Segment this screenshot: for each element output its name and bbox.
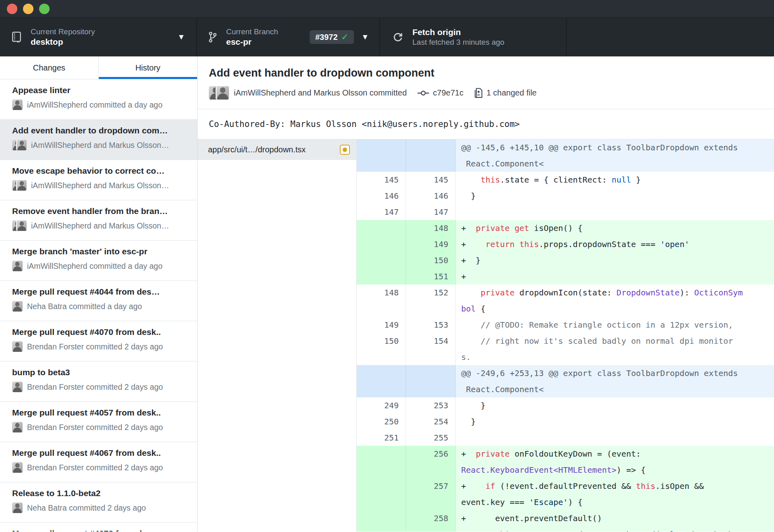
commit-item-meta: iAmWillShepherd committed a day ago <box>12 261 193 271</box>
commit-list-item[interactable]: Add event handler to dropdown com… iAmWi… <box>0 120 197 160</box>
tab-changes[interactable]: Changes <box>0 56 99 79</box>
diff-row: @@ -145,6 +145,10 @@ export class Toolba… <box>357 139 774 172</box>
current-branch-button[interactable]: Current Branch esc-pr #3972 ✓ ▼ <box>197 18 380 56</box>
diff-old-line-number: 145 <box>357 172 406 188</box>
diff-old-line-number <box>357 510 406 526</box>
commit-list-item[interactable]: Move escape behavior to correct co… iAmW… <box>0 160 197 200</box>
commit-list-item[interactable]: Merge pull request #4070 from desk.. Bre… <box>0 321 197 362</box>
diff-code-line: // right now it's scaled badly on normal… <box>461 333 774 349</box>
commit-item-avatars <box>12 220 27 231</box>
commit-list-item[interactable]: Merge pull request #4044 from des… Neha … <box>0 281 197 321</box>
commit-item-title: Merge pull request #4070 from desk.. <box>12 327 193 337</box>
current-repository-button[interactable]: Current Repository desktop ▼ <box>0 18 197 56</box>
commit-byline: iAmWillShepherd and Markus Olsson commit… <box>234 88 407 98</box>
tab-bar: Changes History <box>0 56 197 79</box>
diff-row: 256 + private onFoldoutKeyDown = (event:… <box>357 446 774 478</box>
avatar <box>12 462 23 473</box>
diff-old-line-number <box>357 139 406 172</box>
commit-item-meta-text: iAmWillShepherd committed a day ago <box>27 262 162 271</box>
diff-code-line: + if (!event.defaultPrevented && this.is… <box>461 478 774 494</box>
diff-new-line-number: 150 <box>406 252 456 268</box>
commit-item-avatars <box>12 180 27 191</box>
fetch-title: Fetch origin <box>412 27 504 37</box>
commit-item-avatars <box>12 462 23 473</box>
commit-item-title: Merge pull request #4067 from desk.. <box>12 448 193 458</box>
diff-code-line: s. <box>461 349 774 365</box>
commit-history-list: Appease linter iAmWillShepherd committed… <box>0 79 197 532</box>
diff-code-line: @@ -145,6 +145,10 @@ export class Toolba… <box>461 139 774 156</box>
diff-row: 150 + } <box>357 252 774 268</box>
pr-number: #3972 <box>315 33 338 42</box>
diff-code-line: + <box>461 268 774 285</box>
minimize-window-button[interactable] <box>23 4 33 14</box>
commit-item-meta-text: Brendan Forster committed 2 days ago <box>27 463 163 472</box>
repo-book-icon <box>11 31 22 43</box>
git-branch-icon <box>208 31 217 43</box>
diff-row: 148 + private get isOpen() { <box>357 220 774 236</box>
diff-code-line: + } <box>461 252 774 268</box>
commit-list-item[interactable]: Merge branch 'master' into esc-pr iAmWil… <box>0 241 197 281</box>
commit-list-item[interactable]: Merge pull request #4057 from desk.. Bre… <box>0 402 197 442</box>
commit-item-avatars <box>12 341 23 352</box>
diff-new-line-number: 152 <box>406 285 456 317</box>
commit-item-meta: Neha Batra committed 2 days ago <box>12 503 193 513</box>
commit-list-item[interactable]: bump to beta3 Brendan Forster committed … <box>0 362 197 402</box>
diff-row: 258 + event.preventDefault() <box>357 510 774 526</box>
commit-item-avatars <box>12 382 23 392</box>
avatar <box>16 220 27 231</box>
check-icon: ✓ <box>341 32 349 42</box>
file-list-item[interactable]: app/src/ui/t…/dropdown.tsx <box>198 139 356 160</box>
commit-item-title: Merge branch 'master' into esc-pr <box>12 247 193 256</box>
diff-old-line-number <box>357 446 406 478</box>
avatar <box>12 503 23 513</box>
commit-item-title: Merge pull request #4044 from des… <box>12 287 193 297</box>
commit-item-avatars <box>12 261 23 271</box>
fetch-subtitle: Last fetched 3 minutes ago <box>412 37 504 47</box>
branch-dropdown-caret-icon: ▼ <box>361 33 369 42</box>
file-diff-icon <box>474 88 483 98</box>
commit-sha[interactable]: c79e71c <box>433 88 464 98</box>
commit-item-title: Remove event handler from the bran… <box>12 206 193 216</box>
pr-status-badge[interactable]: #3972 ✓ <box>310 30 354 44</box>
commit-list-item[interactable]: Appease linter iAmWillShepherd committed… <box>0 79 197 120</box>
commit-item-avatars <box>12 100 23 110</box>
diff-new-line-number: 149 <box>406 236 456 252</box>
changed-files-panel: app/src/ui/t…/dropdown.tsx <box>198 139 357 532</box>
diff-old-line-number: 249 <box>357 397 406 414</box>
diff-old-line-number: 250 <box>357 414 406 430</box>
commit-list-item[interactable]: Merge pull request #4072 from d… <box>0 523 197 532</box>
commit-item-meta-text: iAmWillShepherd committed a day ago <box>27 100 162 110</box>
file-diff-area: app/src/ui/t…/dropdown.tsx @@ -145,6 +14… <box>198 139 774 532</box>
commit-description: Co-Authored-By: Markus Olsson <niik@user… <box>198 109 774 139</box>
repo-name: desktop <box>31 37 95 47</box>
diff-old-line-number: 150 <box>357 333 406 365</box>
diff-code-line: React.Component< <box>461 156 774 172</box>
commit-detail-panel: Add event handler to dropdown component … <box>198 56 774 532</box>
diff-code-line: private dropdownIcon(state: DropdownStat… <box>461 285 774 301</box>
diff-code-cell: + return this.props.dropdownState === 'o… <box>456 236 774 252</box>
commit-item-meta-text: Brendan Forster committed 2 days ago <box>27 382 163 392</box>
commit-item-meta: Brendan Forster committed 2 days ago <box>12 341 193 352</box>
diff-old-line-number <box>357 365 406 397</box>
commit-list-item[interactable]: Merge pull request #4067 from desk.. Bre… <box>0 442 197 482</box>
fetch-origin-button[interactable]: Fetch origin Last fetched 3 minutes ago <box>380 18 567 56</box>
toolbar-spacer <box>567 18 774 56</box>
avatar <box>16 140 27 150</box>
diff-new-line-number: 153 <box>406 317 456 333</box>
commit-list-item[interactable]: Remove event handler from the bran… iAmW… <box>0 200 197 241</box>
avatar <box>12 341 23 352</box>
diff-row: 148 152 private dropdownIcon(state: Drop… <box>357 285 774 317</box>
commit-item-meta-text: iAmWillShepherd and Markus Olsson… <box>31 221 169 231</box>
tab-history[interactable]: History <box>99 56 198 79</box>
diff-row: 151 + <box>357 268 774 285</box>
diff-code-line: + return this.props.dropdownState === 'o… <box>461 236 774 252</box>
commit-item-avatars <box>12 422 23 432</box>
zoom-window-button[interactable] <box>39 4 50 14</box>
commit-list-item[interactable]: Release to 1.1.0-beta2 Neha Batra commit… <box>0 482 197 523</box>
tab-label: Changes <box>33 63 65 73</box>
close-window-button[interactable] <box>7 4 17 14</box>
commit-item-title: Move escape behavior to correct co… <box>12 166 193 176</box>
avatar <box>16 180 27 191</box>
commit-item-avatars <box>12 140 27 150</box>
diff-code-line: } <box>461 397 774 414</box>
